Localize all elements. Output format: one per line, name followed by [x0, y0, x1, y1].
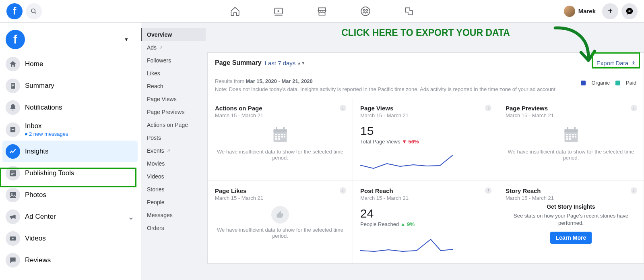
- delta-up: ▲ 9%: [400, 221, 415, 227]
- avatar[interactable]: [564, 6, 575, 17]
- home-icon: [6, 57, 20, 71]
- nav-groups[interactable]: [360, 6, 371, 17]
- card-sub: Total Page Views ▼ 56%: [360, 139, 491, 145]
- card-story-reach[interactable]: i Story Reach March 15 - March 21 Get St…: [498, 181, 644, 263]
- caret-down-icon: ▼: [124, 37, 129, 42]
- info-icon[interactable]: i: [631, 187, 637, 194]
- main-area: CLICK HERE TO EXPORT YOUR DATA Page Summ…: [207, 23, 644, 280]
- subnav-overview[interactable]: Overview: [141, 28, 206, 41]
- calendar-icon: [271, 126, 289, 143]
- svg-rect-19: [275, 136, 277, 138]
- svg-rect-15: [275, 134, 277, 135]
- sidebar-item-insights[interactable]: Insights: [2, 141, 138, 162]
- svg-rect-24: [278, 138, 281, 140]
- info-icon[interactable]: i: [485, 105, 491, 111]
- bell-icon: [6, 100, 20, 115]
- nav-marketplace[interactable]: [317, 6, 327, 17]
- nav-watch[interactable]: [273, 6, 284, 17]
- sidebar-item-summary[interactable]: Summary: [2, 75, 138, 97]
- external-icon: ↗: [159, 45, 163, 50]
- story-heading: Get Story Insights: [506, 203, 636, 210]
- svg-rect-30: [569, 134, 571, 135]
- card-title: Page Likes: [215, 187, 345, 194]
- subnav-events[interactable]: Events↗: [141, 144, 206, 157]
- user-name[interactable]: Marek: [578, 8, 596, 15]
- note-text: Results from Mar 15, 2020 - Mar 21, 2020…: [215, 77, 573, 93]
- subnav-actions[interactable]: Actions on Page: [141, 118, 206, 131]
- main-container: f ▼ Home Summary Notifications Inbox 2 n…: [0, 23, 644, 280]
- card-date: March 15 - March 21: [506, 112, 636, 118]
- top-bar: f Marek +: [0, 0, 644, 23]
- svg-rect-20: [278, 136, 281, 138]
- nav-gaming[interactable]: [404, 6, 414, 17]
- date-range-selector[interactable]: Last 7 days: [265, 60, 296, 66]
- search-button[interactable]: [26, 3, 42, 19]
- subnav-page-previews[interactable]: Page Previews: [141, 106, 206, 118]
- svg-rect-27: [567, 127, 568, 131]
- marketplace-icon: [317, 6, 327, 17]
- svg-rect-16: [278, 134, 281, 135]
- svg-rect-29: [566, 134, 568, 135]
- inbox-icon: [6, 122, 20, 137]
- messenger-button[interactable]: [621, 3, 638, 19]
- sidebar-item-photos[interactable]: Photos: [2, 184, 138, 206]
- card-post-reach[interactable]: i Post Reach March 15 - March 21 24 Peop…: [353, 181, 498, 263]
- sidebar-item-adcenter[interactable]: Ad Center ⌄: [2, 206, 138, 228]
- sidebar-item-sub: 2 new messages: [25, 131, 68, 137]
- subnav-orders[interactable]: Orders: [141, 222, 206, 234]
- subnav-posts[interactable]: Posts: [141, 131, 206, 144]
- card-page-previews[interactable]: i Page Previews March 15 - March 21 We h…: [498, 98, 644, 181]
- card-page-likes[interactable]: i Page Likes March 15 - March 21 We have…: [208, 181, 353, 263]
- subnav-ads[interactable]: Ads↗: [141, 41, 206, 54]
- sidebar-item-label: Photos: [25, 191, 46, 199]
- subnav-messages[interactable]: Messages: [141, 209, 206, 222]
- facebook-logo[interactable]: f: [6, 3, 23, 19]
- sidebar-item-label: Videos: [25, 234, 46, 243]
- card-date: March 15 - March 21: [215, 112, 345, 118]
- subnav-likes[interactable]: Likes: [141, 67, 206, 80]
- create-button[interactable]: +: [602, 3, 618, 19]
- megaphone-icon: [6, 209, 20, 224]
- page-logo: f: [6, 30, 25, 49]
- sidebar-item-inbox[interactable]: Inbox 2 new messages: [2, 118, 138, 141]
- plus-icon: +: [608, 6, 613, 16]
- legend-organic-label: Organic: [591, 80, 610, 86]
- svg-rect-21: [281, 136, 283, 138]
- sort-icon: ▲▼: [297, 61, 305, 65]
- sidebar-item-home[interactable]: Home: [2, 53, 138, 75]
- annotation-text: CLICK HERE TO EXPORT YOUR DATA: [341, 27, 510, 38]
- card-page-views[interactable]: i Page Views March 15 - March 21 15 Tota…: [353, 98, 498, 181]
- subnav-people[interactable]: People: [141, 196, 206, 209]
- info-icon[interactable]: i: [340, 187, 346, 194]
- sidebar-item-publishing[interactable]: Publishing Tools: [2, 162, 138, 184]
- svg-rect-14: [283, 127, 285, 131]
- svg-rect-35: [572, 136, 574, 138]
- subnav-page-views[interactable]: Page Views: [141, 93, 206, 106]
- subnav-videos[interactable]: Videos: [141, 170, 206, 183]
- svg-rect-23: [275, 138, 277, 140]
- svg-point-0: [31, 9, 35, 12]
- nav-home[interactable]: [230, 6, 240, 17]
- story-text: See stats on how your Page's recent stor…: [506, 212, 636, 227]
- export-data-button[interactable]: Export Data: [597, 60, 636, 66]
- svg-point-4: [361, 7, 370, 16]
- reviews-icon: [6, 253, 20, 268]
- learn-more-button[interactable]: Learn More: [550, 232, 592, 244]
- info-icon[interactable]: i: [340, 105, 346, 111]
- card-title: Actions on Page: [215, 105, 345, 112]
- download-icon: [631, 60, 636, 66]
- sidebar-item-videos[interactable]: Videos: [2, 228, 138, 249]
- search-icon: [31, 8, 37, 15]
- sidebar-item-reviews[interactable]: Reviews: [2, 249, 138, 271]
- svg-rect-36: [575, 136, 576, 138]
- info-icon[interactable]: i: [631, 105, 637, 111]
- subnav-stories[interactable]: Stories: [141, 183, 206, 196]
- card-actions[interactable]: i Actions on Page March 15 - March 21 We…: [208, 98, 353, 181]
- sidebar-header[interactable]: f ▼: [2, 27, 138, 53]
- card-title: Post Reach: [360, 187, 491, 194]
- sidebar-item-notifications[interactable]: Notifications: [2, 97, 138, 118]
- subnav-followers[interactable]: Followers: [141, 54, 206, 67]
- subnav-movies[interactable]: Movies: [141, 157, 206, 170]
- subnav-reach[interactable]: Reach: [141, 80, 206, 93]
- info-icon[interactable]: i: [485, 187, 491, 194]
